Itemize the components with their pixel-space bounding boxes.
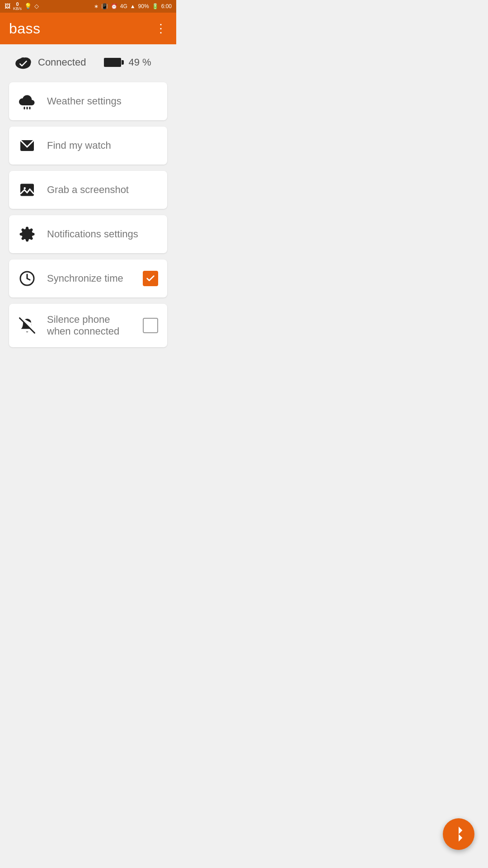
cloud-check-icon	[14, 55, 33, 70]
notifications-settings-label: Notifications settings	[47, 228, 158, 240]
overflow-menu-button[interactable]: ⋮	[155, 23, 167, 34]
weather-settings-label: Weather settings	[47, 95, 158, 107]
gear-icon	[18, 225, 36, 243]
svg-point-3	[19, 57, 26, 64]
battery-percent-text: 49 %	[128, 57, 151, 68]
grab-screenshot-label: Grab a screenshot	[47, 184, 158, 196]
cloud-rain-icon	[18, 92, 36, 110]
image-status-icon: 🖼	[5, 3, 10, 9]
envelope-icon	[18, 137, 36, 155]
svg-point-9	[24, 187, 26, 189]
synchronize-time-label: Synchronize time	[47, 273, 132, 284]
notifications-settings-card[interactable]: Notifications settings	[9, 215, 167, 253]
app-bar: bass ⋮	[0, 13, 176, 44]
grab-screenshot-card[interactable]: Grab a screenshot	[9, 171, 167, 209]
synchronize-time-card[interactable]: Synchronize time	[9, 259, 167, 297]
weather-settings-card[interactable]: Weather settings	[9, 82, 167, 120]
status-bar-left: 🖼 0 KB/s 💡 ◇	[5, 1, 39, 11]
find-my-watch-card[interactable]: Find my watch	[9, 127, 167, 165]
battery-icon: 🔋	[152, 3, 159, 9]
signal-label: 4G	[120, 3, 127, 9]
battery-icon-block	[104, 58, 124, 67]
battery-tip	[122, 60, 124, 65]
status-bar: 🖼 0 KB/s 💡 ◇ ∗ 📳 ⏰ 4G ▲ 90% 🔋 6:00	[0, 0, 176, 13]
battery-status: 49 %	[104, 57, 151, 68]
silence-phone-label: Silence phone when connected	[47, 314, 132, 337]
light-status-icon: 💡	[24, 3, 32, 9]
image-icon	[18, 181, 36, 199]
battery-body	[104, 58, 121, 67]
clock-icon	[18, 269, 36, 288]
status-bar-right: ∗ 📳 ⏰ 4G ▲ 90% 🔋 6:00	[94, 3, 172, 9]
connected-status: Connected	[14, 55, 86, 70]
diamond-status-icon: ◇	[34, 3, 39, 9]
kb-counter: 0 KB/s	[13, 1, 22, 11]
silence-phone-card[interactable]: Silence phone when connected	[9, 304, 167, 347]
connected-label: Connected	[38, 57, 86, 68]
checkbox-checked-icon	[143, 271, 158, 286]
kb-unit: KB/s	[13, 7, 22, 11]
bluetooth-icon: ∗	[94, 3, 99, 9]
status-row: Connected 49 %	[9, 55, 167, 70]
app-title: bass	[9, 20, 41, 37]
alarm-icon: ⏰	[111, 3, 117, 9]
silence-phone-checkbox[interactable]	[143, 318, 158, 333]
synchronize-time-checkbox[interactable]	[143, 271, 158, 286]
time-display: 6:00	[161, 3, 172, 9]
bell-off-icon	[18, 316, 36, 335]
battery-percent: 90%	[138, 3, 149, 9]
svg-rect-8	[20, 184, 34, 196]
find-my-watch-label: Find my watch	[47, 140, 158, 151]
menu-cards-container: Weather settings Find my watch Grab a	[9, 82, 167, 347]
vibrate-icon: 📳	[101, 3, 108, 9]
checkbox-unchecked-icon	[143, 318, 158, 333]
signal-bars-icon: ▲	[130, 3, 136, 9]
main-content: Connected 49 % Weather settings	[0, 44, 176, 363]
